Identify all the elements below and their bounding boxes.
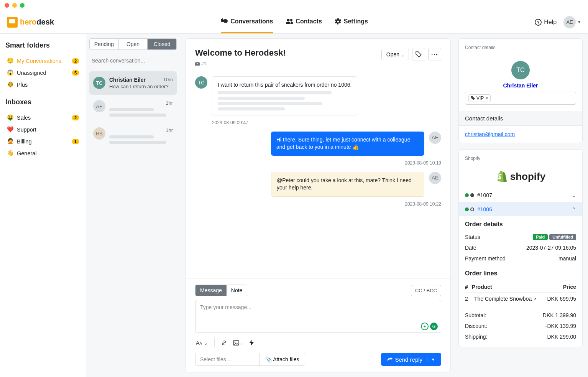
order-details-heading: Order details	[465, 221, 576, 228]
contact-email[interactable]: christian@gmail.com	[465, 131, 515, 137]
search-input[interactable]	[89, 54, 177, 67]
topbar: herodesk Conversations Contacts Settings…	[0, 11, 588, 34]
conversation-item[interactable]: HS1hr	[89, 122, 177, 149]
link-button[interactable]	[221, 340, 227, 346]
grammarly-icon[interactable]: G	[430, 323, 438, 330]
window-close-icon[interactable]	[5, 3, 9, 8]
order-row[interactable]: #1007⌄	[459, 188, 582, 202]
contact-name-link[interactable]: Christan Eiler	[503, 82, 538, 89]
svg-text:?: ?	[537, 20, 540, 25]
sidebar-item-general[interactable]: 👋General	[5, 147, 80, 159]
reply-icon	[387, 357, 393, 362]
mode-message[interactable]: Message	[195, 285, 227, 296]
font-button[interactable]: AA ⌄	[196, 340, 208, 346]
tab-pending[interactable]: Pending	[90, 39, 119, 49]
shopify-card: Shopify shopify #1007⌄#1006⌃ Order detai…	[458, 149, 583, 347]
composer: Message Note CC / BCC Type your message.…	[186, 278, 450, 372]
image-button[interactable]: ⌄	[233, 340, 243, 346]
shopify-logo: shopify	[459, 166, 582, 188]
conversation-item[interactable]: AE1hr	[89, 95, 177, 122]
message-row: TCI want to return this pair of sneakers…	[195, 76, 441, 115]
message-avatar: TC	[195, 76, 207, 89]
sidebar-item-sales[interactable]: 🤑Sales2	[5, 112, 80, 123]
help-label: Help	[544, 19, 557, 26]
ellipsis-icon: ···	[431, 51, 438, 58]
tab-open[interactable]: Open	[119, 39, 148, 49]
sidebar-item-plus[interactable]: 🤴Plus	[5, 79, 80, 91]
window-maximize-icon[interactable]	[20, 3, 25, 8]
send-reply-button[interactable]: Send reply ▼	[381, 353, 441, 366]
bolt-icon	[249, 340, 254, 346]
date-value: 2023-07-27 09:16:05	[526, 245, 576, 251]
status-dropdown[interactable]: Open ⌄	[381, 49, 409, 60]
message-time: 2023-08-09 10:22	[195, 201, 441, 207]
svg-point-5	[234, 342, 235, 343]
conversation-item[interactable]: TCChristian Eiler10mHow can I return an …	[89, 71, 177, 95]
external-link-icon[interactable]: ↗	[533, 297, 537, 301]
order-line-row: 2The Complete Snowboa ↗DKK 699.95	[465, 293, 576, 305]
user-menu[interactable]: AE ▼	[563, 16, 581, 28]
toolbar-divider	[214, 338, 215, 347]
sidebar-item-unassigned[interactable]: 😱Unassigned5	[5, 67, 80, 79]
contact-tags[interactable]: VIP ×	[465, 92, 576, 105]
vip-tag[interactable]: VIP ×	[468, 94, 491, 102]
gear-icon	[335, 18, 341, 25]
composer-mode-toggle: Message Note	[195, 285, 247, 296]
status-label: Status	[465, 234, 480, 240]
unfulfilled-pill: Unfulfilled	[549, 234, 576, 240]
tab-closed[interactable]: Closed	[148, 39, 176, 49]
contact-details-heading: Contact details	[459, 111, 582, 126]
logo[interactable]: herodesk	[7, 17, 54, 28]
message-input[interactable]: Type your message... + G	[195, 300, 441, 333]
sidebar-item-billing[interactable]: 🤦Billing1	[5, 135, 80, 147]
window-titlebar	[0, 0, 588, 11]
message-row: Hi there. Sure thing, let me just connec…	[195, 132, 441, 156]
order-row[interactable]: #1006⌃	[459, 202, 582, 216]
logo-desk: desk	[36, 18, 54, 26]
help-link[interactable]: ? Help	[535, 19, 557, 26]
user-avatar: AE	[563, 16, 576, 28]
date-label: Date	[465, 245, 476, 251]
message-avatar: AE	[429, 132, 441, 144]
tag-button[interactable]	[412, 48, 425, 61]
smart-folders-heading: Smart folders	[5, 41, 80, 49]
window-minimize-icon[interactable]	[12, 3, 17, 8]
send-dropdown-icon[interactable]: ▼	[427, 357, 435, 362]
thread-subtitle: #1	[195, 61, 286, 66]
sidebar-item-support[interactable]: ❤️Support	[5, 123, 80, 135]
mode-note[interactable]: Note	[227, 285, 247, 296]
right-panel: Contact details TC Christan Eiler VIP × …	[458, 38, 583, 372]
nav-settings[interactable]: Settings	[335, 11, 368, 33]
discount-label: Discount:	[465, 323, 487, 329]
tag-icon	[416, 51, 422, 58]
editor-toolbar: AA ⌄ ⌄	[195, 337, 441, 349]
file-select-input[interactable]: Select files ...	[195, 353, 260, 366]
chevron-icon: ⌄	[572, 192, 576, 198]
message-time: 2023-08-09 09:47	[212, 120, 441, 125]
remove-tag-icon[interactable]: ×	[485, 95, 488, 101]
message-bubble: Hi there. Sure thing, let me just connec…	[271, 132, 424, 156]
more-button[interactable]: ···	[428, 48, 441, 61]
message-row: @Peter could you take a look at this, ma…	[195, 172, 441, 197]
order-details: Order details StatusPaidUnfulfilled Date…	[459, 216, 582, 268]
inboxes-heading: Inboxes	[5, 98, 80, 106]
order-lines-heading: Order lines	[465, 270, 576, 277]
topbar-right: ? Help AE ▼	[535, 16, 581, 28]
payment-label: Payment method	[465, 255, 506, 262]
mail-icon	[195, 62, 200, 66]
thread-id: #1	[201, 61, 206, 66]
grammarly-add-icon[interactable]: +	[421, 323, 429, 330]
shipping-value: DKK 299.00	[547, 334, 577, 340]
sidebar-item-my-conversations[interactable]: 😔My Conversations2	[5, 55, 80, 67]
quick-reply-button[interactable]	[249, 340, 254, 346]
payment-value: manual	[558, 255, 576, 262]
nav-conversations[interactable]: Conversations	[221, 11, 273, 33]
nav-settings-label: Settings	[344, 18, 368, 25]
help-icon: ?	[535, 19, 542, 26]
svg-point-3	[417, 53, 417, 53]
cc-bcc-button[interactable]: CC / BCC	[411, 285, 441, 296]
nav-contacts[interactable]: Contacts	[286, 11, 322, 33]
image-icon	[233, 340, 239, 346]
contact-details-label: Contact details	[465, 45, 495, 50]
attach-files-button[interactable]: 📎 Attach files	[260, 353, 305, 366]
